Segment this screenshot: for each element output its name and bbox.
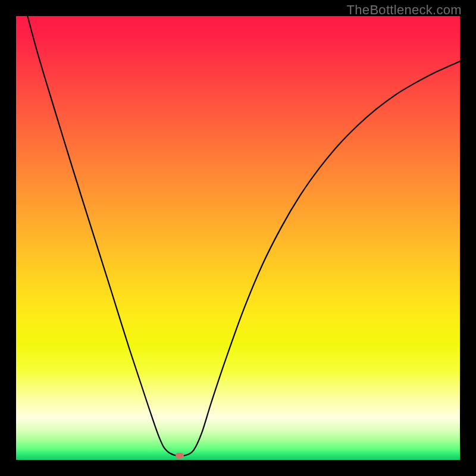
plot-area bbox=[16, 16, 460, 460]
chart-frame: TheBottleneck.com bbox=[0, 0, 476, 476]
bottleneck-curve bbox=[16, 16, 460, 460]
minimum-marker bbox=[176, 453, 184, 459]
